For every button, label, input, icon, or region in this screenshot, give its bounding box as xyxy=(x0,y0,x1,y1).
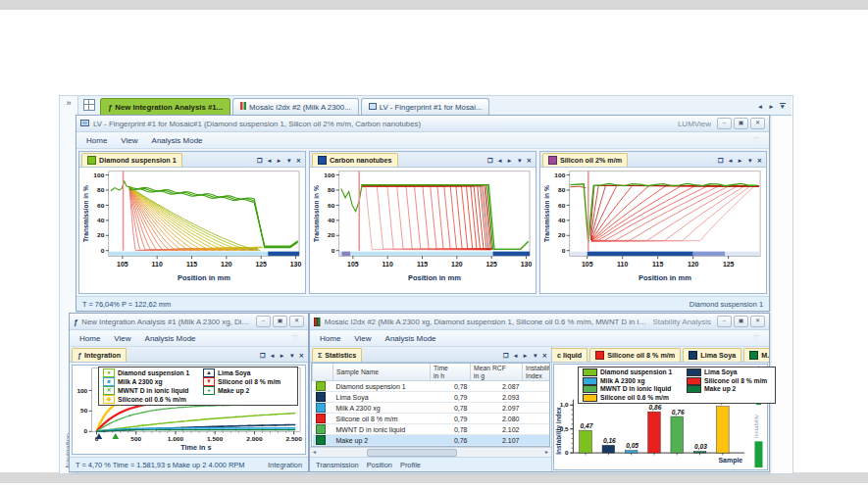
close-icon[interactable]: ✕ xyxy=(527,157,532,164)
menu-item-home[interactable]: Home xyxy=(320,334,340,343)
integration-titlebar[interactable]: ƒ New Integration Analysis #1 (Milk A 23… xyxy=(70,314,308,330)
minimize-button[interactable]: – xyxy=(717,316,732,327)
legend-label: MWNT D in ionic liquid xyxy=(600,385,671,394)
doc-tab[interactable]: LV - Fingerprint #1 for Mosai... xyxy=(361,98,490,115)
scroll-right-icon[interactable]: ► xyxy=(523,352,529,359)
close-button[interactable]: ✕ xyxy=(750,316,765,327)
table-row[interactable]: Milk A 2300 xg0,782.0970,05 xyxy=(313,403,551,414)
sample-tab[interactable]: c liquid xyxy=(552,348,587,362)
sample-tab[interactable]: Lima Soya xyxy=(683,348,741,362)
pin-icon[interactable]: ▼ xyxy=(533,352,538,359)
float-icon[interactable]: ❐ xyxy=(503,352,509,359)
tab-statistics[interactable]: Σ Statistics xyxy=(312,348,362,362)
chart-carbon-nanotubes[interactable]: 105110115120125130020406080100Position i… xyxy=(310,168,536,293)
scroll-left-icon[interactable]: ◄ xyxy=(312,449,317,455)
float-icon[interactable]: ❐ xyxy=(487,157,493,164)
close-button[interactable]: ✕ xyxy=(750,118,765,129)
menu-chevron-icon[interactable]: ♡ xyxy=(753,334,759,342)
doc-tab[interactable]: ƒNew Integration Analysis #1... xyxy=(100,98,230,115)
scroll-left-icon[interactable]: ◄ xyxy=(266,157,272,164)
pin-icon[interactable]: ▼ xyxy=(289,352,295,359)
menu-item-home[interactable]: Home xyxy=(86,136,107,145)
chart-silicon-oil[interactable]: 105110115120125020406080100Position in m… xyxy=(540,168,766,293)
menu-item-analysis-mode[interactable]: Analysis Mode xyxy=(385,334,436,343)
chart-diamond-suspension[interactable]: 105110115120125130020406080100Position i… xyxy=(79,168,305,293)
scroll-left-icon[interactable]: ◄ xyxy=(512,352,518,359)
statistics-horizontal-scrollbar[interactable]: ◄ ► xyxy=(310,447,551,457)
column-header[interactable]: Instability Index xyxy=(523,364,551,381)
pin-icon[interactable]: ▼ xyxy=(517,157,523,164)
layout-grid-icon[interactable] xyxy=(83,99,95,111)
integration-chart-area[interactable]: 05001.0001.5002.0002.500050100Time in s … xyxy=(72,365,306,455)
legend-entry: Milk A 2300 xg xyxy=(583,377,687,386)
scroll-left-icon[interactable]: ◄ xyxy=(496,157,502,164)
column-header[interactable]: Timein h xyxy=(431,364,471,381)
series-marker xyxy=(275,424,277,426)
menu-item-analysis-mode[interactable]: Analysis Mode xyxy=(145,334,196,343)
lv-titlebar[interactable]: LV - Fingerprint #1 for Mosaic#1 (Diamon… xyxy=(77,116,769,132)
close-icon[interactable]: ✕ xyxy=(757,157,762,164)
pin-icon[interactable]: ▼ xyxy=(286,157,292,164)
profile-switch-profile[interactable]: Profile xyxy=(400,461,421,469)
float-icon[interactable]: ❐ xyxy=(260,352,266,359)
pin-icon[interactable]: ▼ xyxy=(747,157,753,164)
scroll-right-icon[interactable]: ► xyxy=(544,449,549,455)
navigation-collapse-icon[interactable]: » xyxy=(60,98,77,108)
table-row[interactable]: Make up 20,762.1070,03 xyxy=(313,435,551,446)
scroll-right-icon[interactable]: ► xyxy=(768,103,774,110)
close-icon[interactable]: ✕ xyxy=(299,352,304,359)
maximize-button[interactable]: ▣ xyxy=(734,316,748,327)
scroll-right-icon[interactable]: ► xyxy=(280,352,285,359)
doc-tab[interactable]: Mosaic I2dx #2 (Milk A 2300... xyxy=(232,98,359,115)
sample-tab[interactable]: Diamond suspension 1 xyxy=(81,153,182,167)
axis-text: 500 xyxy=(130,436,141,443)
close-button[interactable]: ✕ xyxy=(289,316,304,327)
maximize-button[interactable]: ▣ xyxy=(273,316,287,327)
menu-item-analysis-mode[interactable]: Analysis Mode xyxy=(152,136,203,145)
sample-tab[interactable]: Carbon nanotubes xyxy=(312,153,398,167)
scroll-right-icon[interactable]: ► xyxy=(507,157,513,164)
close-icon[interactable]: ✕ xyxy=(542,352,547,359)
pin-icon[interactable]: ▼ xyxy=(780,103,786,110)
menu-item-home[interactable]: Home xyxy=(79,334,100,343)
cell-mean-rcf: 2.087 xyxy=(471,381,523,392)
table-row[interactable]: Silicone oil 8 % m/m0,792.0800,86 xyxy=(313,414,551,424)
sample-tab[interactable]: Silicon oil 2% m/m xyxy=(542,153,628,167)
menu-item-view[interactable]: View xyxy=(121,136,137,145)
legend-swatch xyxy=(687,385,701,393)
menu-chevron-icon[interactable]: ♡ xyxy=(292,334,298,342)
scroll-left-icon[interactable]: ◄ xyxy=(269,352,275,359)
bar-chart-wrap[interactable]: 00,51,00,470,160,050,860,760,030,97Sampl… xyxy=(554,365,750,469)
tab-integration[interactable]: ƒ Integration xyxy=(72,348,127,362)
profile-switch-position[interactable]: Position xyxy=(367,461,392,469)
mosaic-window-buttons: –▣✕ xyxy=(717,316,765,327)
scroll-right-icon[interactable]: ► xyxy=(738,157,743,164)
table-row[interactable]: MWNT D in ionic liquid0,782.1020,76 xyxy=(313,424,551,435)
sample-tab[interactable]: M... xyxy=(743,348,769,362)
minimize-button[interactable]: – xyxy=(256,316,271,327)
axis-text: 0,76 xyxy=(672,409,685,416)
menu-item-view[interactable]: View xyxy=(114,334,130,343)
scroll-right-icon[interactable]: ► xyxy=(277,157,282,164)
column-header[interactable]: Mean RCFin g xyxy=(471,364,523,381)
scroll-left-icon[interactable]: ◄ xyxy=(757,103,763,110)
profile-switch-transmission[interactable]: Transmission xyxy=(316,461,359,469)
table-row[interactable]: Diamond suspension 10,782.0870,47 xyxy=(313,381,551,392)
minimize-button[interactable]: – xyxy=(717,118,732,129)
axis-text: 0,47 xyxy=(581,422,593,430)
scrollbar-thumb[interactable] xyxy=(367,449,457,457)
sample-tab[interactable]: Silicone oil 8 % m/m xyxy=(589,348,681,362)
close-icon[interactable]: ✕ xyxy=(296,157,301,164)
scroll-left-icon[interactable]: ◄ xyxy=(727,157,733,164)
lv-fingerprint-window: LV - Fingerprint #1 for Mosaic#1 (Diamon… xyxy=(76,115,770,312)
float-icon[interactable]: ❐ xyxy=(718,157,724,164)
mosaic-titlebar[interactable]: Mosaic I2dx #2 (Milk A 2300 xg, Diamond … xyxy=(310,314,769,330)
menu-chevron-icon[interactable]: ♡ xyxy=(753,136,759,144)
column-header[interactable]: Sample Name xyxy=(333,364,431,381)
menu-item-view[interactable]: View xyxy=(354,334,371,343)
integration-legend: ●Diamond suspension 1▲Lima Soya■Milk A 2… xyxy=(98,367,298,406)
float-icon[interactable]: ❐ xyxy=(257,157,263,164)
maximize-button[interactable]: ▣ xyxy=(734,118,748,129)
table-row[interactable]: Lima Soya0,792.0930,16 xyxy=(313,392,551,403)
series-marker xyxy=(169,421,171,423)
